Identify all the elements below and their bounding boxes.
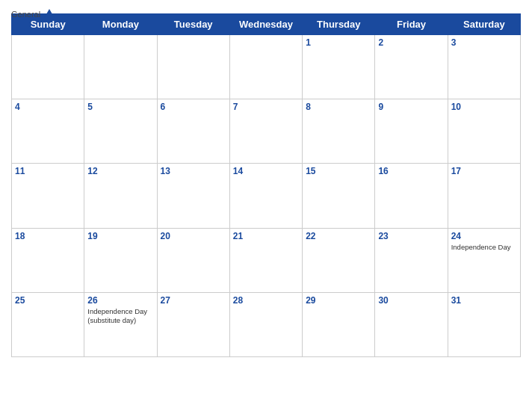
calendar-cell: 10 bbox=[448, 99, 520, 164]
day-number: 10 bbox=[451, 102, 517, 112]
day-number: 21 bbox=[233, 231, 299, 241]
calendar-cell: 16 bbox=[375, 164, 448, 228]
calendar-week-row: 45678910 bbox=[12, 99, 521, 164]
event-text: Independence Day bbox=[451, 243, 517, 252]
day-number: 26 bbox=[87, 295, 153, 306]
day-number: 4 bbox=[15, 102, 81, 112]
day-number: 11 bbox=[15, 166, 81, 176]
calendar-cell: 30 bbox=[375, 292, 448, 356]
calendar-tbody: 123456789101112131415161718192021222324I… bbox=[12, 35, 521, 357]
calendar-container: General SundayMondayTuesdayWednesdayThur… bbox=[0, 0, 532, 411]
calendar-cell: 17 bbox=[448, 164, 520, 228]
calendar-cell: 26Independence Day (substitute day) bbox=[84, 292, 157, 356]
calendar-cell: 11 bbox=[12, 164, 84, 228]
calendar-cell: 27 bbox=[157, 292, 229, 356]
svg-marker-0 bbox=[44, 9, 55, 18]
calendar-week-row: 2526Independence Day (substitute day)272… bbox=[12, 292, 521, 356]
calendar-cell: 1 bbox=[303, 35, 375, 99]
day-number: 25 bbox=[15, 295, 81, 306]
day-number: 29 bbox=[306, 295, 371, 306]
calendar-cell: 29 bbox=[303, 292, 375, 356]
day-number: 22 bbox=[306, 231, 371, 241]
calendar-cell: 7 bbox=[229, 99, 302, 164]
calendar-week-row: 123 bbox=[12, 35, 521, 99]
calendar-cell: 21 bbox=[229, 228, 302, 292]
day-number: 9 bbox=[378, 102, 444, 112]
day-number: 17 bbox=[451, 166, 517, 176]
day-number: 14 bbox=[233, 166, 299, 176]
day-number: 24 bbox=[451, 231, 517, 241]
day-number: 23 bbox=[378, 231, 444, 241]
calendar-cell bbox=[84, 35, 157, 99]
calendar-cell: 8 bbox=[303, 99, 375, 164]
calendar-cell: 28 bbox=[229, 292, 302, 356]
day-number: 15 bbox=[306, 166, 371, 176]
day-number: 6 bbox=[161, 102, 226, 112]
calendar-cell: 22 bbox=[303, 228, 375, 292]
calendar-cell: 3 bbox=[448, 35, 520, 99]
day-number: 18 bbox=[15, 231, 81, 241]
calendar-cell bbox=[229, 35, 302, 99]
calendar-cell: 31 bbox=[448, 292, 520, 356]
day-number: 1 bbox=[306, 37, 371, 48]
day-number: 28 bbox=[233, 295, 299, 306]
calendar-cell: 6 bbox=[157, 99, 229, 164]
calendar-cell: 19 bbox=[84, 228, 157, 292]
day-number: 30 bbox=[378, 295, 444, 306]
day-number: 12 bbox=[87, 166, 153, 176]
calendar-cell bbox=[157, 35, 229, 99]
calendar-cell: 12 bbox=[84, 164, 157, 228]
weekday-header-thursday: Thursday bbox=[303, 14, 375, 35]
calendar-cell: 5 bbox=[84, 99, 157, 164]
calendar-week-row: 11121314151617 bbox=[12, 164, 521, 228]
day-number: 3 bbox=[451, 37, 517, 48]
weekday-header-wednesday: Wednesday bbox=[229, 14, 302, 35]
calendar-thead: SundayMondayTuesdayWednesdayThursdayFrid… bbox=[12, 14, 521, 35]
calendar-cell: 9 bbox=[375, 99, 448, 164]
event-text: Independence Day (substitute day) bbox=[87, 307, 153, 326]
day-number: 8 bbox=[306, 102, 371, 112]
calendar-cell: 4 bbox=[12, 99, 84, 164]
day-number: 5 bbox=[87, 102, 153, 112]
day-number: 27 bbox=[161, 295, 226, 306]
logo-area: General bbox=[11, 7, 56, 21]
day-number: 19 bbox=[87, 231, 153, 241]
calendar-cell: 2 bbox=[375, 35, 448, 99]
weekday-header-row: SundayMondayTuesdayWednesdayThursdayFrid… bbox=[12, 14, 521, 35]
calendar-cell: 25 bbox=[12, 292, 84, 356]
calendar-cell: 15 bbox=[303, 164, 375, 228]
weekday-header-tuesday: Tuesday bbox=[157, 14, 229, 35]
calendar-cell: 18 bbox=[12, 228, 84, 292]
day-number: 31 bbox=[451, 295, 517, 306]
calendar-table: SundayMondayTuesdayWednesdayThursdayFrid… bbox=[11, 13, 521, 357]
weekday-header-friday: Friday bbox=[375, 14, 448, 35]
calendar-cell bbox=[12, 35, 84, 99]
day-number: 16 bbox=[378, 166, 444, 176]
day-number: 13 bbox=[161, 166, 226, 176]
calendar-cell: 23 bbox=[375, 228, 448, 292]
logo-icon bbox=[43, 7, 56, 21]
weekday-header-monday: Monday bbox=[84, 14, 157, 35]
calendar-cell: 20 bbox=[157, 228, 229, 292]
day-number: 2 bbox=[378, 37, 444, 48]
calendar-cell: 13 bbox=[157, 164, 229, 228]
calendar-cell: 14 bbox=[229, 164, 302, 228]
calendar-cell: 24Independence Day bbox=[448, 228, 520, 292]
calendar-week-row: 18192021222324Independence Day bbox=[12, 228, 521, 292]
day-number: 7 bbox=[233, 102, 299, 112]
weekday-header-saturday: Saturday bbox=[448, 14, 520, 35]
day-number: 20 bbox=[161, 231, 226, 241]
logo-general-text: General bbox=[11, 10, 40, 19]
